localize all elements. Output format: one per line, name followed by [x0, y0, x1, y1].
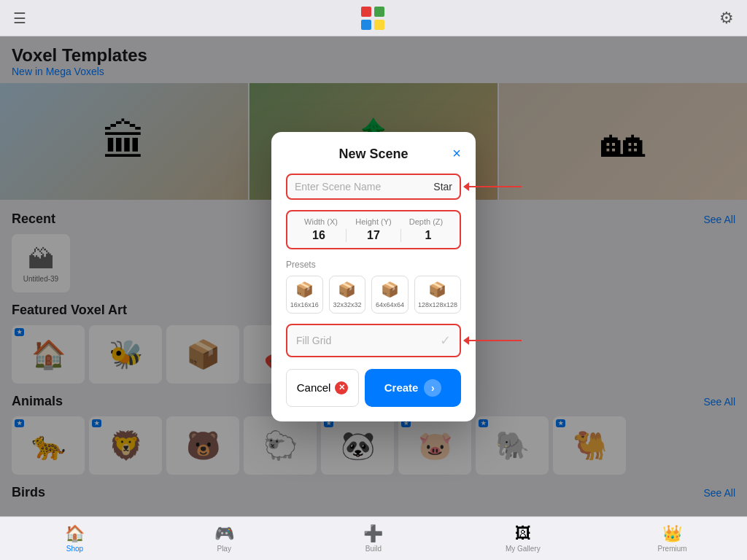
preset-icon-64: 📦 — [381, 281, 399, 298]
play-icon: 🎮 — [214, 524, 234, 543]
fill-grid-check: ✓ — [440, 332, 451, 349]
logo-svg — [360, 5, 386, 31]
content-area: Voxel Templates New in Mega Voxels 🏛 🌲 🏘… — [0, 36, 747, 516]
hamburger-icon[interactable]: ☰ — [13, 9, 26, 27]
preset-label-16: 16x16x16 — [290, 301, 319, 308]
preset-label-128: 128x128x128 — [418, 301, 457, 308]
nav-item-gallery[interactable]: 🖼 My Gallery — [448, 524, 597, 553]
depth-value[interactable]: 1 — [404, 229, 452, 242]
preset-label-64: 64x64x64 — [376, 301, 404, 308]
nav-item-build[interactable]: ➕ Build — [299, 524, 449, 553]
cancel-button[interactable]: Cancel ✕ — [286, 369, 359, 407]
svg-rect-0 — [361, 7, 371, 17]
preset-label-32: 32x32x32 — [333, 301, 361, 308]
nav-label-play: Play — [217, 545, 231, 553]
preset-icon-32: 📦 — [338, 281, 356, 298]
fill-grid-label: Fill Grid — [296, 335, 331, 346]
preset-32[interactable]: 📦 32x32x32 — [329, 276, 366, 314]
top-bar: ☰ ⚙ — [0, 0, 747, 36]
scene-name-value: Star — [433, 181, 452, 192]
width-label: Width (X) — [295, 217, 347, 226]
height-value[interactable]: 17 — [349, 229, 398, 242]
dim-labels: Width (X) Height (Y) Depth (Z) — [295, 217, 452, 226]
dim-values: 16 17 1 — [295, 229, 452, 242]
nav-item-premium[interactable]: 👑 Premium — [597, 524, 747, 553]
svg-rect-3 — [374, 20, 384, 30]
arrow-scene — [463, 182, 522, 191]
cancel-x-icon: ✕ — [335, 381, 348, 394]
modal-close-button[interactable]: × — [452, 145, 461, 162]
action-row: Cancel ✕ Create › — [286, 369, 461, 407]
premium-icon: 👑 — [662, 524, 682, 543]
preset-128[interactable]: 📦 128x128x128 — [414, 276, 461, 314]
modal-header: New Scene × — [286, 147, 461, 162]
depth-label: Depth (Z) — [400, 217, 452, 226]
nav-item-shop[interactable]: 🏠 Shop — [0, 524, 150, 553]
arrow-fill — [463, 336, 522, 345]
bottom-nav: 🏠 Shop 🎮 Play ➕ Build 🖼 My Gallery 👑 Pre… — [0, 516, 747, 560]
presets-row: 📦 16x16x16 📦 32x32x32 📦 64x64x64 📦 128x1… — [286, 276, 461, 314]
nav-label-build: Build — [365, 545, 382, 553]
svg-rect-1 — [374, 7, 384, 17]
nav-item-play[interactable]: 🎮 Play — [150, 524, 299, 553]
presets-label: Presets — [286, 260, 461, 270]
gallery-icon: 🖼 — [515, 524, 531, 543]
create-label: Create — [384, 381, 419, 394]
nav-label-premium: Premium — [658, 545, 687, 553]
modal-overlay: New Scene × Enter Scene Name Star Width … — [0, 36, 747, 516]
modal-title: New Scene — [338, 147, 408, 162]
settings-icon[interactable]: ⚙ — [719, 9, 734, 28]
preset-icon-128: 📦 — [428, 281, 446, 298]
shop-icon: 🏠 — [65, 524, 85, 543]
scene-name-field[interactable]: Enter Scene Name Star — [286, 174, 461, 200]
fill-grid-field[interactable]: Fill Grid ✓ — [286, 324, 461, 357]
height-label: Height (Y) — [347, 217, 400, 226]
dim-divider-1 — [346, 229, 347, 242]
create-button[interactable]: Create › — [365, 369, 461, 407]
scene-name-placeholder: Enter Scene Name — [295, 181, 381, 192]
dimensions-section: Width (X) Height (Y) Depth (Z) 16 17 1 — [286, 210, 461, 249]
build-icon: ➕ — [363, 524, 383, 543]
cancel-label: Cancel — [297, 381, 331, 394]
preset-16[interactable]: 📦 16x16x16 — [286, 276, 323, 314]
width-value[interactable]: 16 — [295, 229, 343, 242]
preset-icon-16: 📦 — [295, 281, 314, 298]
new-scene-modal: New Scene × Enter Scene Name Star Width … — [271, 132, 476, 421]
app-logo — [360, 5, 386, 31]
create-arrow-icon: › — [424, 379, 441, 397]
nav-label-gallery: My Gallery — [506, 545, 541, 553]
svg-rect-2 — [361, 20, 371, 30]
dim-divider-2 — [400, 229, 401, 242]
preset-64[interactable]: 📦 64x64x64 — [371, 276, 409, 314]
nav-label-shop: Shop — [66, 545, 83, 553]
